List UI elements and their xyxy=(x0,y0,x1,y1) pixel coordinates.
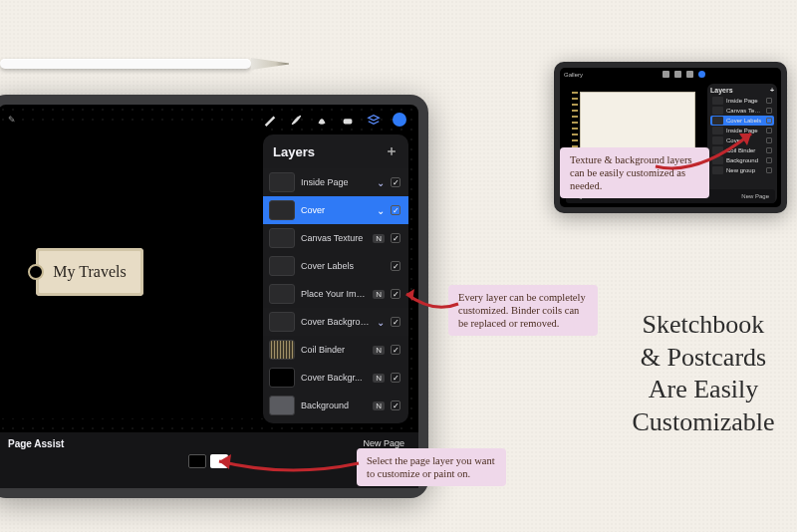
layer-thumbnail xyxy=(269,284,295,304)
eraser-icon[interactable] xyxy=(674,71,681,78)
layer-row[interactable]: Cover Labels xyxy=(263,252,408,280)
ipad-main: ✎ My Travels Layers ＋ Inside Page⌄Cover⌄… xyxy=(0,95,428,498)
layer-thumbnail xyxy=(712,97,723,105)
layer-visibility-checkbox[interactable] xyxy=(766,128,772,133)
layers-icon[interactable] xyxy=(367,113,381,127)
layer-row[interactable]: Background color xyxy=(263,419,408,423)
layer-visibility-checkbox[interactable] xyxy=(391,289,400,299)
layer-thumbnail xyxy=(269,312,295,332)
layer-row[interactable]: Place Your Imag...N xyxy=(263,280,408,308)
layers-panel-small: Layers+ Inside PageCanvas TextureCover L… xyxy=(707,84,777,203)
layer-thumbnail xyxy=(712,117,723,125)
layer-name: Background xyxy=(726,157,763,163)
layer-name: Cover Labels xyxy=(301,261,385,271)
layer-row[interactable]: BackgroundN xyxy=(263,392,408,419)
layer-thumbnail xyxy=(269,368,295,388)
promo-title: Sketchbook & Postcards Are Easily Custom… xyxy=(624,309,783,438)
layer-thumbnail xyxy=(269,340,295,360)
eraser-icon[interactable] xyxy=(341,113,355,127)
layer-row[interactable]: Background xyxy=(710,155,774,165)
layer-name: New group xyxy=(726,167,763,173)
layer-name: Cover Background xyxy=(301,317,371,327)
canvas[interactable]: My Travels xyxy=(0,129,263,418)
layer-visibility-checkbox[interactable] xyxy=(766,147,772,153)
layer-thumbnail xyxy=(269,172,295,192)
layer-row[interactable]: Cover Background⌄ xyxy=(263,308,408,336)
layer-name: Place Your Imag... xyxy=(301,289,367,299)
layer-visibility-checkbox[interactable] xyxy=(391,233,400,243)
layers-panel: Layers ＋ Inside Page⌄Cover⌄Canvas Textur… xyxy=(263,134,408,423)
layer-name: Canvas Texture xyxy=(301,233,367,243)
layer-row[interactable]: Cover xyxy=(710,135,774,145)
new-page-button[interactable]: New Page xyxy=(363,438,404,448)
gallery-button-small[interactable]: Gallery xyxy=(564,72,583,78)
layer-row[interactable]: New group xyxy=(710,165,774,175)
brush-icon[interactable] xyxy=(663,71,669,78)
color-icon[interactable] xyxy=(393,113,406,127)
layer-thumbnail xyxy=(712,136,723,144)
gallery-button[interactable]: ✎ xyxy=(8,115,16,125)
layer-row[interactable]: Coil Binder xyxy=(710,145,774,155)
layer-row[interactable]: Canvas Texture xyxy=(710,106,774,116)
layers-icon[interactable] xyxy=(686,71,693,78)
layer-thumbnail xyxy=(712,146,723,154)
layer-visibility-checkbox[interactable] xyxy=(766,137,772,143)
layer-thumbnail xyxy=(712,156,723,164)
callout-layers: Every layer can be completely customized… xyxy=(448,285,598,336)
page-assist-title: Page Assist xyxy=(8,438,408,449)
layer-thumbnail xyxy=(712,127,723,134)
layer-thumbnail xyxy=(269,228,295,248)
layer-name: Cover xyxy=(301,205,371,215)
layer-visibility-checkbox[interactable] xyxy=(766,167,772,173)
layer-visibility-checkbox[interactable] xyxy=(391,261,400,271)
layer-visibility-checkbox[interactable] xyxy=(391,205,400,215)
layer-row[interactable]: Inside Page xyxy=(710,96,774,106)
layer-visibility-checkbox[interactable] xyxy=(391,373,400,383)
new-page-button[interactable]: New Page xyxy=(741,193,769,199)
wand-icon[interactable] xyxy=(263,113,277,127)
layer-visibility-checkbox[interactable] xyxy=(391,400,400,410)
toolbar xyxy=(263,113,406,127)
smudge-icon[interactable] xyxy=(315,113,329,127)
callout-texture: Texture & background layers can be easil… xyxy=(560,147,709,198)
layer-name: Coil Binder xyxy=(726,147,763,153)
layer-thumbnail xyxy=(269,396,295,415)
layer-row[interactable]: Inside Page xyxy=(710,126,774,135)
layer-visibility-checkbox[interactable] xyxy=(391,177,400,187)
layer-row[interactable]: Coil BinderN xyxy=(263,336,408,364)
page-thumb-1[interactable] xyxy=(188,454,206,468)
layer-thumbnail xyxy=(712,107,723,115)
layers-title: Layers xyxy=(710,87,733,94)
brush-icon[interactable] xyxy=(289,113,303,127)
layer-name: Coil Binder xyxy=(301,345,367,355)
layer-row[interactable]: Cover Labels xyxy=(710,116,774,126)
layer-visibility-checkbox[interactable] xyxy=(391,345,400,355)
layer-visibility-checkbox[interactable] xyxy=(766,118,772,124)
layer-name: Inside Page xyxy=(726,98,763,104)
apple-pencil xyxy=(0,56,289,72)
layer-visibility-checkbox[interactable] xyxy=(391,317,400,327)
layer-visibility-checkbox[interactable] xyxy=(766,157,772,163)
layer-row[interactable]: Cover⌄ xyxy=(263,196,408,224)
layer-name: Inside Page xyxy=(301,177,371,187)
layer-thumbnail xyxy=(269,200,295,220)
layer-name: Inside Page xyxy=(726,128,763,133)
layer-row[interactable]: Canvas TextureN xyxy=(263,224,408,252)
layers-title: Layers xyxy=(273,144,315,159)
color-icon[interactable] xyxy=(698,71,705,78)
layer-name: Cover Backgr... xyxy=(301,373,367,383)
add-layer-button[interactable]: + xyxy=(770,87,774,94)
layer-thumbnail xyxy=(712,166,723,174)
cover-tag-label: My Travels xyxy=(36,248,143,296)
layer-row[interactable]: Inside Page⌄ xyxy=(263,168,408,196)
add-layer-button[interactable]: ＋ xyxy=(385,142,398,160)
layer-visibility-checkbox[interactable] xyxy=(766,98,772,104)
page-thumb-2[interactable] xyxy=(210,454,228,468)
layer-name: Background xyxy=(301,400,367,410)
layer-row[interactable]: Cover Backgr...N xyxy=(263,364,408,392)
layer-visibility-checkbox[interactable] xyxy=(766,108,772,114)
layer-name: Cover Labels xyxy=(726,118,763,124)
layer-name: Canvas Texture xyxy=(726,108,763,114)
svg-rect-0 xyxy=(344,119,353,124)
layer-thumbnail xyxy=(269,256,295,276)
